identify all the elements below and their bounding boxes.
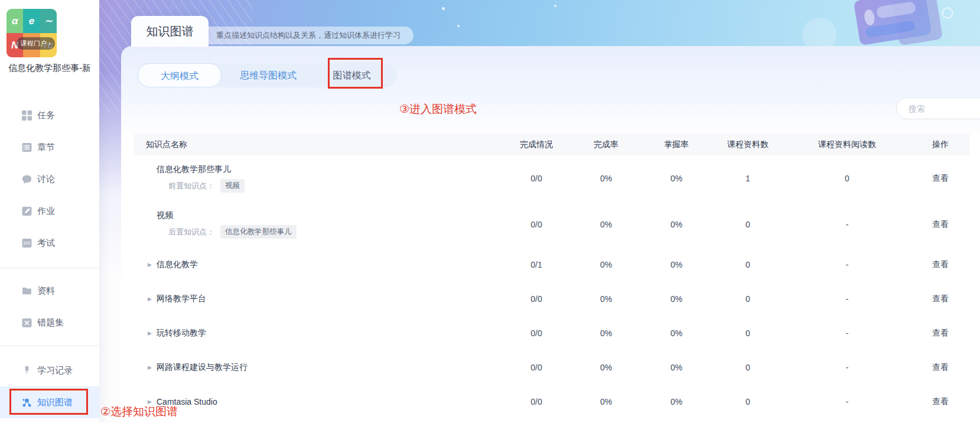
course-platform-page: 重点描述知识点结构以及关系，通过知识体系进行学习 知识图谱 大纲模式 思维导图模… (0, 0, 980, 423)
sidebar-item-label: 章节 (37, 142, 55, 153)
material-reads-cell: 0 (783, 174, 911, 183)
completion-rate-cell: 0% (572, 363, 640, 372)
knowledge-point-name-cell: ▶网络教学平台 (134, 294, 501, 304)
sidebar-item-discussion[interactable]: 讨论 (0, 163, 99, 195)
logo-tile: ∼ (40, 9, 57, 33)
view-link[interactable]: 查看 (911, 328, 970, 339)
column-header-material-count: 课程资料数 (712, 139, 783, 150)
related-knowledge-point-chip[interactable]: 视频 (220, 179, 245, 193)
completion-cell: 0/0 (501, 294, 572, 304)
sidebar-item-tasks[interactable]: 任务 (0, 99, 99, 131)
table-row: ▶信息化教学0/10%0%0-查看 (134, 248, 970, 282)
completion-rate-cell: 0% (572, 397, 640, 406)
sidebar-item-exam[interactable]: 100 考试 (0, 227, 99, 259)
knowledge-point-name: 信息化教学 (157, 259, 198, 270)
material-reads-cell: - (783, 260, 911, 269)
materials-folder-icon (22, 286, 32, 296)
annotation-step3: ③进入图谱模式 (399, 102, 477, 117)
course-logo[interactable]: α e ∼ N rc (6, 9, 57, 57)
completion-cell: 0/0 (501, 174, 572, 183)
material-reads-cell: - (783, 220, 911, 229)
column-header-name: 知识点名称 (134, 139, 501, 150)
sidebar-item-label: 资料 (37, 285, 55, 297)
sidebar: α e ∼ N rc 课程门户 › 信息化教学那些事-新 任务 章节 讨论 (0, 0, 99, 423)
sidebar-divider (0, 346, 99, 346)
sidebar-item-label: 任务 (37, 110, 55, 121)
course-title: 信息化教学那些事-新 (5, 61, 94, 74)
column-header-mastery-rate: 掌握率 (640, 139, 712, 150)
sidebar-item-chapters[interactable]: 章节 (0, 131, 99, 163)
completion-cell: 0/0 (501, 328, 572, 338)
table-row: ▶网络教学平台0/00%0%0-查看 (134, 282, 970, 316)
mode-tab-outline[interactable]: 大纲模式 (138, 63, 222, 87)
relation-label: 前置知识点： (168, 181, 214, 191)
search-input[interactable] (896, 97, 980, 119)
wrong-answers-x-icon (22, 318, 32, 328)
view-link[interactable]: 查看 (911, 294, 970, 304)
mastery-rate-cell: 0% (640, 328, 712, 338)
annotation-step2: ②选择知识图谱 (100, 404, 178, 419)
completion-cell: 0/0 (501, 220, 572, 229)
completion-rate-cell: 0% (572, 260, 640, 269)
knowledge-point-name: 玩转移动教学 (157, 328, 206, 339)
knowledge-point-name-cell: ▶网路课程建设与教学运行 (134, 362, 501, 373)
mastery-rate-cell: 0% (640, 260, 712, 269)
svg-text:100: 100 (23, 241, 30, 245)
material-reads-cell: - (783, 363, 911, 372)
expand-arrow-icon[interactable]: ▶ (148, 365, 157, 370)
column-header-material-reads: 课程资料阅读数 (783, 139, 911, 150)
course-portal-link[interactable]: 课程门户 › (17, 37, 55, 50)
completion-rate-cell: 0% (572, 328, 640, 338)
tab-subtitle: 重点描述知识点结构以及关系，通过知识体系进行学习 (207, 27, 414, 44)
logo-tile: α (6, 9, 23, 33)
knowledge-point-name-cell: ▶玩转移动教学 (134, 328, 501, 339)
knowledge-point-name: 网络教学平台 (157, 294, 206, 304)
table-row: ▶视频后置知识点：信息化教学那些事儿0/00%0%0-查看 (134, 201, 970, 248)
table-row: ▶信息化教学那些事儿前置知识点：视频0/00%0%10查看 (134, 155, 970, 201)
sidebar-item-study-record[interactable]: 学习记录 (0, 354, 99, 386)
view-link[interactable]: 查看 (911, 219, 970, 230)
view-link[interactable]: 查看 (911, 173, 970, 184)
sidebar-item-wrong-answers[interactable]: 错题集 (0, 307, 99, 339)
tasks-grid-icon (22, 110, 32, 121)
material-count-cell: 0 (712, 397, 783, 406)
sidebar-divider (0, 268, 99, 268)
relation-label: 后置知识点： (168, 227, 214, 237)
sidebar-item-label: 作业 (37, 206, 55, 217)
knowledge-point-table: 知识点名称 完成情况 完成率 掌握率 课程资料数 课程资料阅读数 操作 ▶信息化… (134, 134, 970, 419)
homework-pencil-icon (22, 206, 32, 216)
knowledge-point-name-cell: ▶信息化教学 (134, 259, 501, 270)
material-count-cell: 0 (712, 220, 783, 229)
material-count-cell: 0 (712, 328, 783, 338)
tab-knowledge-graph[interactable]: 知识图谱 (131, 16, 209, 47)
material-reads-cell: - (783, 328, 911, 338)
mastery-rate-cell: 0% (640, 220, 712, 229)
chapters-list-icon (22, 142, 32, 152)
view-link[interactable]: 查看 (911, 396, 970, 407)
annotation-box-knowledge-graph (9, 389, 88, 415)
mastery-rate-cell: 0% (640, 174, 712, 183)
view-link[interactable]: 查看 (911, 362, 970, 373)
material-count-cell: 0 (712, 260, 783, 269)
column-header-actions: 操作 (911, 139, 970, 150)
sidebar-item-label: 讨论 (37, 174, 55, 185)
sidebar-item-label: 学习记录 (37, 365, 73, 376)
column-header-completion-rate: 完成率 (572, 139, 640, 150)
material-reads-cell: - (783, 294, 911, 304)
expand-arrow-icon[interactable]: ▶ (148, 330, 157, 336)
table-header-row: 知识点名称 完成情况 完成率 掌握率 课程资料数 课程资料阅读数 操作 (134, 134, 970, 155)
material-count-cell: 0 (712, 363, 783, 372)
sidebar-item-homework[interactable]: 作业 (0, 195, 99, 227)
knowledge-point-name: 网路课程建设与教学运行 (157, 362, 248, 373)
knowledge-point-name-cell: ▶视频后置知识点：信息化教学那些事儿 (134, 210, 501, 239)
related-knowledge-point-chip[interactable]: 信息化教学那些事儿 (220, 225, 297, 239)
knowledge-point-name-cell: ▶信息化教学那些事儿前置知识点：视频 (134, 164, 501, 193)
mastery-rate-cell: 0% (640, 294, 712, 304)
mode-tab-mindmap[interactable]: 思维导图模式 (222, 63, 315, 87)
column-header-completion: 完成情况 (501, 139, 572, 150)
expand-arrow-icon[interactable]: ▶ (148, 262, 157, 268)
completion-rate-cell: 0% (572, 294, 640, 304)
expand-arrow-icon[interactable]: ▶ (148, 296, 157, 302)
sidebar-item-materials[interactable]: 资料 (0, 275, 99, 307)
view-link[interactable]: 查看 (911, 259, 970, 270)
